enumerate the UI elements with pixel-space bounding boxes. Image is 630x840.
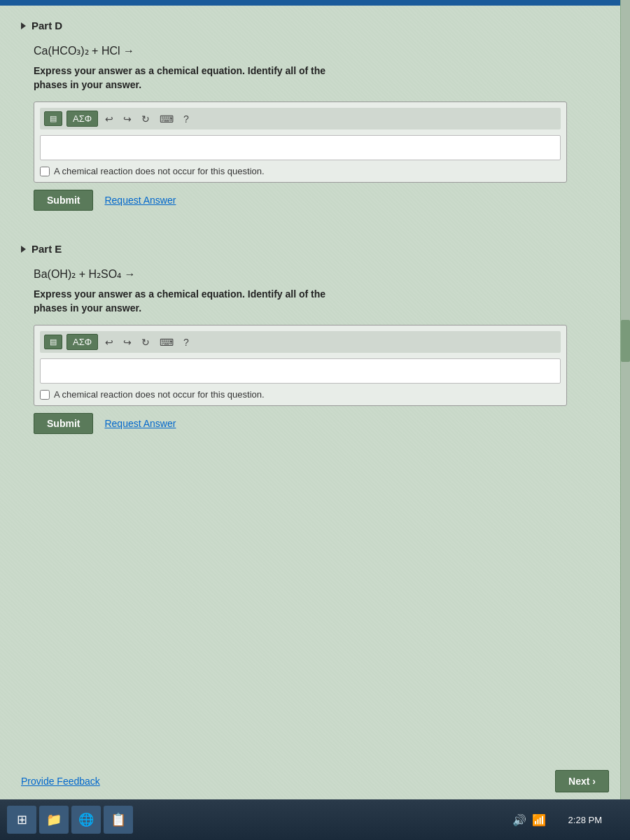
part-e-no-reaction-checkbox[interactable] [40, 390, 50, 400]
taskbar-browser-btn[interactable]: 🌐 [71, 806, 101, 834]
part-e-toolbar: ▤ ΑΣΦ ↩ ↪ ↻ ⌨ ? [40, 331, 561, 353]
scrollbar[interactable] [620, 0, 630, 799]
part-d-answer-box: ▤ ΑΣΦ ↩ ↪ ↻ ⌨ ? A chemical reaction does… [34, 102, 567, 183]
part-e-header: Part E [21, 243, 609, 255]
next-btn[interactable]: Next › [555, 770, 609, 792]
section-divider [21, 225, 609, 236]
part-d-redo-icon[interactable]: ↪ [120, 112, 134, 126]
part-d-checkbox-row: A chemical reaction does not occur for t… [40, 166, 561, 176]
network-icon: 📶 [532, 813, 546, 827]
top-strip [0, 0, 630, 6]
speaker-icon: 🔊 [512, 813, 526, 827]
part-d-toolbar: ▤ ΑΣΦ ↩ ↪ ↻ ⌨ ? [40, 108, 561, 130]
part-e-actions: Submit Request Answer [34, 413, 609, 434]
part-e-format-btn[interactable]: ▤ [44, 335, 62, 349]
main-content: Part D Ca(HCO₃)₂ + HCl → Express your an… [0, 6, 630, 462]
part-d-format-btn[interactable]: ▤ [44, 111, 62, 126]
scrollbar-thumb[interactable] [621, 320, 630, 362]
collapse-icon-e[interactable] [21, 246, 26, 253]
part-d-undo-icon[interactable]: ↩ [102, 112, 116, 126]
browser-icon: 🌐 [78, 812, 94, 827]
part-d-greek-label: ΑΣΦ [73, 113, 92, 124]
next-btn-label: Next › [568, 776, 596, 787]
part-e-no-reaction-label: A chemical reaction does not occur for t… [54, 389, 265, 400]
part-d-input[interactable] [40, 135, 561, 160]
part-e-equation: Ba(OH)₂ + H₂SO₄ → [34, 267, 609, 281]
part-d-request-answer-btn[interactable]: Request Answer [104, 195, 176, 206]
part-e-checkbox-row: A chemical reaction does not occur for t… [40, 389, 561, 400]
part-e-label: Part E [31, 243, 62, 255]
part-d-actions: Submit Request Answer [34, 190, 609, 211]
taskbar-system-icons: 🔊 📶 [512, 813, 546, 827]
file-icon: 📁 [46, 812, 62, 827]
part-e-request-answer-btn[interactable]: Request Answer [104, 418, 176, 429]
part-e-answer-box: ▤ ΑΣΦ ↩ ↪ ↻ ⌨ ? A chemical reaction does… [34, 325, 567, 406]
start-icon: ⊞ [17, 812, 27, 827]
part-d-header: Part D [21, 20, 609, 31]
part-e-help-icon[interactable]: ? [181, 335, 192, 349]
app-icon: 📋 [111, 812, 126, 827]
provide-feedback-btn[interactable]: Provide Feedback [21, 776, 100, 787]
part-d-label: Part D [31, 20, 62, 31]
part-e-submit-btn[interactable]: Submit [34, 413, 93, 434]
part-e-input[interactable] [40, 358, 561, 384]
part-d-keyboard-icon[interactable]: ⌨ [157, 112, 176, 126]
part-e-keyboard-icon[interactable]: ⌨ [157, 335, 176, 349]
part-e-greek-btn[interactable]: ΑΣΦ [66, 334, 98, 350]
part-e-instruction: Express your answer as a chemical equati… [34, 288, 609, 315]
taskbar: ⊞ 📁 🌐 📋 🔊 📶 2:28 PM [0, 799, 630, 840]
part-d-submit-btn[interactable]: Submit [34, 190, 93, 211]
part-e-redo-icon[interactable]: ↪ [120, 335, 134, 349]
part-d-help-icon[interactable]: ? [181, 112, 192, 126]
bottom-bar: Provide Feedback Next › [0, 763, 630, 799]
taskbar-time: 2:28 PM [568, 815, 602, 825]
part-d-no-reaction-label: A chemical reaction does not occur for t… [54, 166, 265, 176]
part-d-greek-btn[interactable]: ΑΣΦ [66, 111, 98, 127]
part-e-greek-label: ΑΣΦ [73, 337, 92, 347]
part-d-instruction: Express your answer as a chemical equati… [34, 64, 609, 92]
part-e-refresh-icon[interactable]: ↻ [139, 335, 153, 349]
part-d-no-reaction-checkbox[interactable] [40, 167, 50, 176]
part-e-undo-icon[interactable]: ↩ [102, 335, 116, 349]
collapse-icon-d[interactable] [21, 22, 26, 29]
taskbar-file-btn[interactable]: 📁 [39, 806, 69, 834]
part-d-format-icon: ▤ [50, 114, 57, 123]
part-d-refresh-icon[interactable]: ↻ [139, 112, 153, 126]
part-e-format-icon: ▤ [50, 337, 57, 346]
taskbar-start-btn[interactable]: ⊞ [7, 806, 36, 834]
taskbar-app-btn[interactable]: 📋 [104, 806, 133, 834]
part-d-equation: Ca(HCO₃)₂ + HCl → [34, 44, 609, 57]
